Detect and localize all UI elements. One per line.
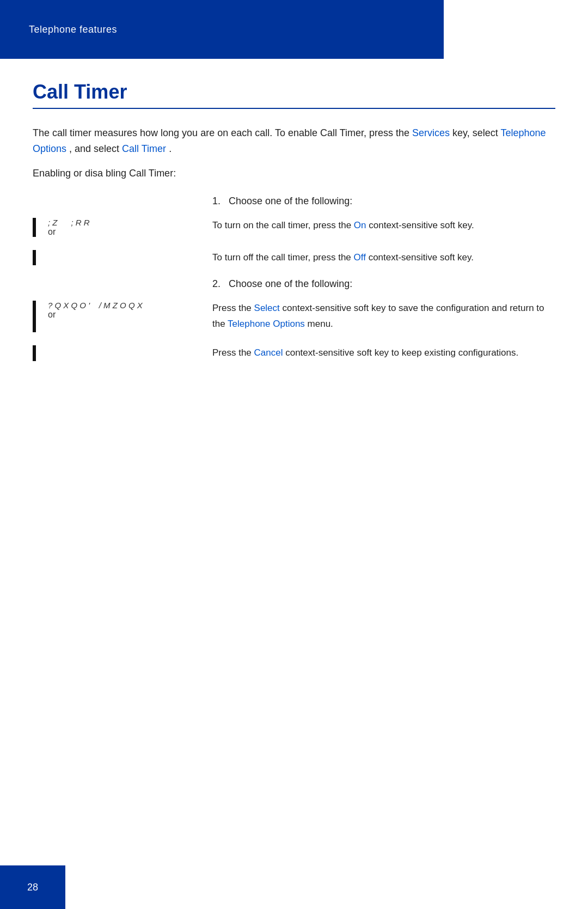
telephone-options-link2[interactable]: Telephone Options (228, 319, 305, 329)
step2-option-select-right: Press the Select context-sensitive soft … (212, 301, 555, 332)
step2-code1: ? Q X Q O ' (48, 301, 90, 310)
step1-header-row: 1. Choose one of the following: (33, 196, 555, 207)
step2-select-pre: Press the (212, 303, 254, 313)
step1-on-text: To turn on the call timer, press the (212, 220, 354, 230)
header-bar: Telephone features (0, 0, 444, 59)
page-number: 28 (27, 882, 38, 893)
step1-option-off-row: To turn off the call timer, press the Of… (33, 250, 555, 266)
step1-off-text-end: context-sensitive soft key. (366, 252, 474, 263)
step2-cancel-end: context-sensitive soft key to keep exist… (283, 347, 518, 358)
step1-option-on-left: ; Z ; R R or (33, 218, 212, 237)
header-label: Telephone features (29, 24, 117, 35)
step2-header-label: Choose one of the following: (229, 278, 352, 289)
step2-number: 2. (212, 278, 226, 289)
step1-option-off-left (33, 250, 212, 266)
step2-or-text: or (48, 310, 56, 319)
step2-option-select-bar (33, 301, 36, 332)
step1-off-text: To turn off the call timer, press the (212, 252, 354, 263)
enabling-text: Enabling or disa bling Call Timer: (33, 168, 555, 179)
on-link[interactable]: On (354, 220, 366, 230)
step2-header-text: 2. Choose one of the following: (212, 278, 555, 290)
step2-option-select-row: ? Q X Q O ' / M Z O Q X or Press the Sel… (33, 301, 555, 332)
intro-paragraph: The call timer measures how long you are… (33, 125, 555, 157)
step1-option-off-bar (33, 250, 36, 266)
page-title: Call Timer (33, 81, 555, 109)
cancel-link[interactable]: Cancel (254, 347, 283, 358)
services-link[interactable]: Services (412, 127, 450, 138)
step2-option-select-left: ? Q X Q O ' / M Z O Q X or (33, 301, 212, 332)
page-content: Call Timer The call timer measures how l… (0, 59, 588, 396)
step1-or-text: or (48, 227, 56, 236)
intro-text-end: . (166, 143, 171, 154)
step1-header-label: Choose one of the following: (229, 196, 352, 206)
step2-code2: / M Z O Q X (99, 301, 143, 310)
off-link[interactable]: Off (354, 252, 366, 263)
step2-cancel-pre: Press the (212, 347, 254, 358)
intro-text-mid2: , and select (66, 143, 122, 154)
step1-header-text: 1. Choose one of the following: (212, 196, 555, 207)
intro-text-mid: key, select (450, 127, 500, 138)
step2-option-cancel-left (33, 345, 212, 361)
call-timer-link[interactable]: Call Timer (122, 143, 166, 154)
step2-option-cancel-right: Press the Cancel context-sensitive soft … (212, 345, 555, 361)
step1-number: 1. (212, 196, 226, 206)
step2-option-cancel-row: Press the Cancel context-sensitive soft … (33, 345, 555, 361)
step1-on-text-end: context-sensitive soft key. (366, 220, 474, 230)
step1-code1: ; Z (48, 218, 58, 227)
step1-option-on-right: To turn on the call timer, press the On … (212, 218, 555, 237)
select-link[interactable]: Select (254, 303, 280, 313)
step2-option-cancel-bar (33, 345, 36, 361)
step1-left-spacer (33, 196, 212, 207)
step1-option-off-right: To turn off the call timer, press the Of… (212, 250, 555, 266)
footer-bar: 28 (0, 865, 65, 909)
step1-option-on-row: ; Z ; R R or To turn on the call timer, … (33, 218, 555, 237)
step1-option-on-bar (33, 218, 36, 237)
step1-code2: ; R R (71, 218, 90, 227)
step2-header-row: 2. Choose one of the following: (33, 278, 555, 290)
intro-text-start: The call timer measures how long you are… (33, 127, 412, 138)
step2-left-spacer (33, 278, 212, 290)
step2-select-end: menu. (305, 319, 333, 329)
